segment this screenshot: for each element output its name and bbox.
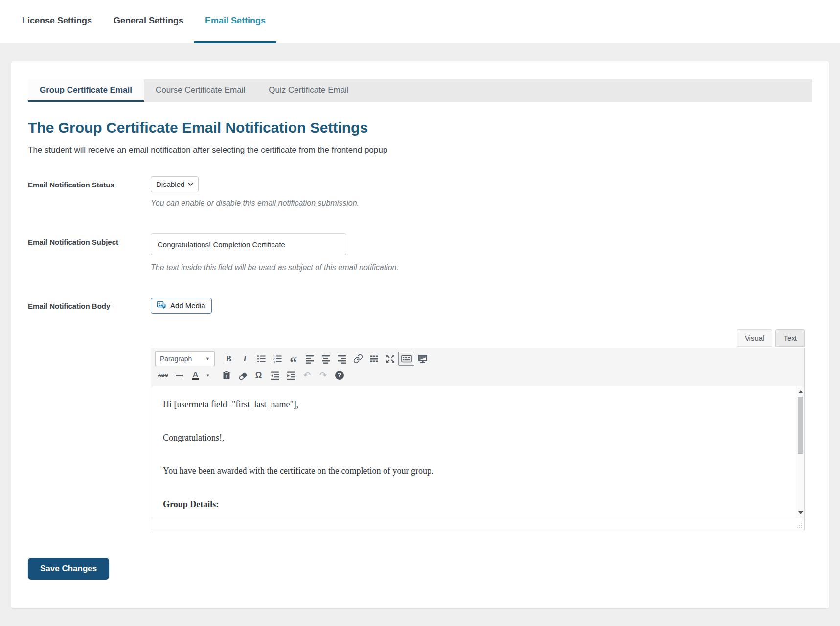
subject-control: The text inside this field will be used … [151, 233, 399, 272]
editor-frame: Paragraph ▼ B I [151, 348, 805, 530]
add-media-label: Add Media [170, 301, 205, 310]
undo-icon: ↶ [303, 371, 311, 380]
text-color-bar [192, 378, 199, 380]
bullet-list-button[interactable] [253, 352, 269, 366]
tab-license-settings[interactable]: License Settings [11, 0, 103, 43]
preview-button[interactable] [414, 352, 431, 366]
save-changes-button[interactable]: Save Changes [28, 558, 109, 580]
redo-button[interactable]: ↷ [315, 369, 331, 382]
editor-mode-switch: Visual Text [151, 329, 805, 347]
align-left-icon [305, 354, 315, 364]
tab-group-certificate-email[interactable]: Group Certificate Email [28, 79, 144, 102]
bold-icon: B [226, 354, 231, 364]
strikethrough-button[interactable]: ABC [155, 369, 171, 382]
outdent-button[interactable] [267, 369, 283, 382]
blockquote-icon: “ [290, 360, 297, 365]
text-color-letter: A [193, 371, 198, 378]
chevron-down-icon [188, 183, 193, 186]
toolbar-toggle-button[interactable] [398, 352, 414, 366]
editor-scrollbar[interactable] [796, 386, 804, 518]
svg-text:T: T [225, 374, 228, 379]
status-select[interactable]: Disabled [151, 176, 199, 192]
email-body-editor: Add Media Visual Text Paragraph ▼ B [151, 298, 805, 530]
tab-course-certificate-email[interactable]: Course Certificate Email [144, 79, 257, 102]
align-right-icon [337, 354, 347, 364]
format-select[interactable]: Paragraph ▼ [155, 351, 215, 366]
blockquote-button[interactable]: “ [285, 352, 301, 366]
text-tab[interactable]: Text [775, 329, 805, 347]
align-right-button[interactable] [334, 352, 350, 366]
subject-help-text: The text inside this field will be used … [151, 263, 399, 272]
keyboard-icon [401, 354, 412, 364]
subject-row: Email Notification Subject The text insi… [28, 233, 812, 272]
insert-link-button[interactable] [350, 352, 366, 366]
horizontal-rule-icon [176, 375, 183, 376]
paste-as-text-button[interactable]: T [218, 369, 234, 382]
page-subtitle: The student will receive an email notifi… [28, 145, 812, 155]
indent-button[interactable] [283, 369, 299, 382]
horizontal-rule-button[interactable] [171, 369, 187, 382]
visual-tab[interactable]: Visual [737, 329, 772, 347]
numbered-list-icon: 1 2 3 [272, 354, 282, 364]
editor-paragraph: You have been awarded with the certifica… [163, 465, 785, 477]
help-icon: ? [335, 371, 344, 380]
subject-input[interactable] [151, 233, 346, 255]
scrollbar-thumb[interactable] [798, 397, 803, 454]
align-center-icon [321, 354, 331, 364]
body-label: Email Notification Body [28, 298, 151, 530]
omega-icon: Ω [255, 371, 262, 380]
editor-content-area[interactable]: Hi [usermeta field="first_last_name"], C… [151, 386, 804, 518]
help-button[interactable]: ? [331, 369, 347, 382]
text-color-button[interactable]: A [187, 369, 204, 382]
chevron-down-icon: ▼ [205, 356, 210, 361]
status-label: Email Notification Status [28, 176, 151, 208]
editor-paragraph: Congratulations!, [163, 432, 785, 443]
settings-tab-bar: License Settings General Settings Email … [0, 0, 840, 43]
editor-paragraph: Group Details: [163, 499, 785, 510]
text-color-icon: A [192, 371, 199, 380]
page-title: The Group Certificate Email Notification… [28, 119, 812, 136]
bold-button[interactable]: B [221, 352, 237, 366]
monitor-icon [417, 354, 428, 364]
tab-email-settings[interactable]: Email Settings [194, 0, 276, 43]
editor-toolbar-row1: Paragraph ▼ B I [151, 348, 804, 368]
resize-handle-icon[interactable] [797, 522, 803, 528]
chevron-down-icon: ▼ [206, 373, 210, 378]
status-help-text: You can enable or disable this email not… [151, 199, 359, 208]
fullscreen-button[interactable] [382, 352, 398, 366]
scroll-down-arrow[interactable] [796, 509, 804, 517]
media-icon [157, 301, 166, 310]
status-row: Email Notification Status Disabled You c… [28, 176, 812, 208]
format-select-value: Paragraph [160, 355, 192, 363]
paste-as-text-icon: T [222, 371, 231, 380]
status-control: Disabled You can enable or disable this … [151, 176, 359, 208]
scroll-up-arrow[interactable] [796, 387, 804, 395]
read-more-button[interactable] [366, 352, 382, 366]
body-row: Email Notification Body Add Media Visual… [28, 298, 812, 530]
editor-toolbar-row2: ABC A ▼ [151, 368, 804, 386]
italic-button[interactable]: I [237, 352, 253, 366]
outdent-icon [270, 371, 280, 380]
indent-icon [286, 371, 296, 380]
align-left-button[interactable] [301, 352, 318, 366]
strikethrough-icon: ABC [158, 373, 168, 378]
certificate-email-tab-bar: Group Certificate Email Course Certifica… [28, 79, 812, 102]
email-settings-panel: Group Certificate Email Course Certifica… [11, 61, 829, 608]
fullscreen-icon [386, 354, 395, 364]
add-media-button[interactable]: Add Media [151, 298, 212, 314]
numbered-list-button[interactable]: 1 2 3 [269, 352, 285, 366]
tab-quiz-certificate-email[interactable]: Quiz Certificate Email [257, 79, 360, 102]
tab-general-settings[interactable]: General Settings [103, 0, 194, 43]
subject-label: Email Notification Subject [28, 233, 151, 272]
editor-paragraph: Hi [usermeta field="first_last_name"], [163, 399, 785, 410]
editor-text: Hi [usermeta field="first_last_name"], C… [151, 386, 804, 510]
align-center-button[interactable] [318, 352, 334, 366]
undo-button[interactable]: ↶ [299, 369, 315, 382]
eraser-icon [238, 371, 248, 380]
special-character-button[interactable]: Ω [250, 369, 267, 382]
clear-formatting-button[interactable] [234, 369, 250, 382]
editor-statusbar [151, 518, 804, 530]
read-more-icon [369, 354, 379, 364]
text-color-caret-button[interactable]: ▼ [204, 369, 212, 382]
status-select-value: Disabled [156, 180, 184, 188]
